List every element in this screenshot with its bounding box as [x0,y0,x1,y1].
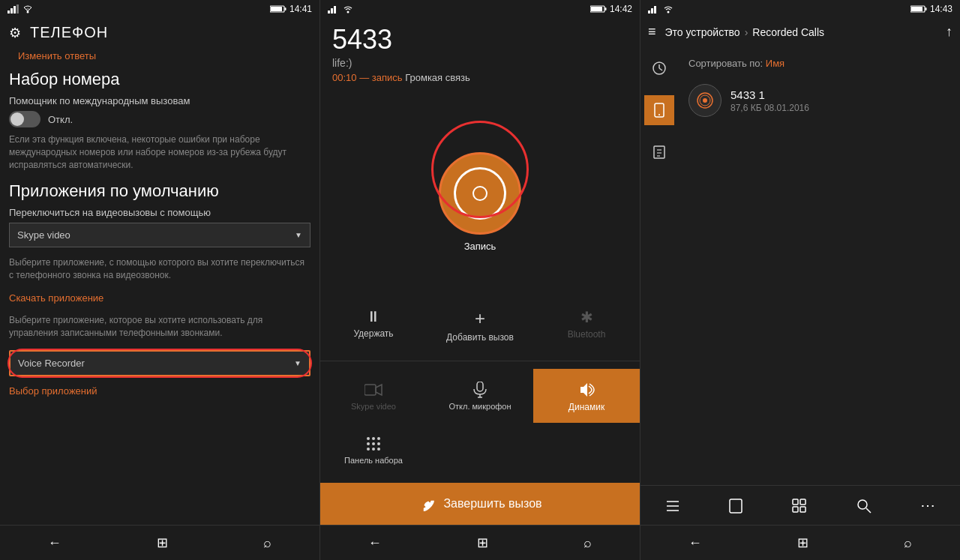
record-circle[interactable] [439,152,521,235]
svg-rect-34 [911,7,922,11]
keypad-icon [365,433,382,453]
app-choice-link[interactable]: Выбор приложений [9,385,310,397]
svg-rect-0 [8,10,10,13]
end-call-label: Завершить вызов [443,497,542,511]
hold-button[interactable]: ⏸ Удержать [320,298,427,353]
svg-rect-28 [648,10,650,13]
breadcrumb-parent[interactable]: Это устройство [665,26,740,38]
svg-point-21 [377,437,380,440]
status-left-3 [648,4,674,13]
intl-calls-label: Помощник по международным вызовам [9,95,310,106]
svg-rect-50 [730,499,742,513]
call-timer: 00:10 — запись Громкая связь [320,70,640,91]
signal-icon-3 [648,4,660,13]
change-answers-link[interactable]: Изменить ответы [9,49,105,69]
svg-rect-6 [284,7,286,10]
sort-value[interactable]: Имя [766,58,784,69]
call-provider: life:) [320,55,640,70]
svg-rect-7 [271,7,282,11]
speaker-button[interactable]: Динамик [533,369,640,423]
svg-point-55 [858,500,867,509]
panel1-navbar: ← ⊞ ⌕ [0,525,320,560]
default-apps-section-title: Приложения по умолчанию [9,181,310,201]
status-left-2 [328,4,353,13]
status-right-2: 14:42 [590,4,632,14]
search-button-1[interactable]: ⌕ [263,535,272,551]
svg-rect-13 [604,7,606,10]
bluetooth-icon: ✱ [580,308,593,326]
skype-video-call-label: Skype video [351,402,396,411]
home-button-1[interactable]: ⊞ [157,535,168,551]
record-label: Запись [464,241,496,252]
skype-video-dropdown[interactable]: Skype video ▼ [9,223,310,247]
svg-rect-40 [654,146,664,158]
recorded-calls-panel: 14:43 ≡ Это устройство › Recorded Calls … [640,0,960,560]
hamburger-icon[interactable]: ≡ [648,24,656,40]
bluetooth-button[interactable]: ✱ Bluetooth [533,298,640,353]
record-inner-circle [454,167,506,220]
signal-icon-2 [328,4,340,13]
svg-rect-29 [651,8,653,13]
status-bar-2: 14:42 [320,0,640,18]
intl-calls-toggle[interactable] [9,111,40,127]
search-icon-3[interactable] [856,497,872,514]
more-icon-3[interactable]: ⋯ [920,496,935,514]
back-button-1[interactable]: ← [48,535,62,551]
hold-icon: ⏸ [366,308,381,325]
recording-info: 5433 1 87,6 КБ 08.01.2016 [730,88,950,113]
download-app-link[interactable]: Скачать приложение [9,292,310,304]
recording-thumbnail [688,84,722,117]
home-button-3[interactable]: ⊞ [797,535,808,551]
wifi-icon-1 [22,4,33,13]
svg-rect-33 [925,7,926,10]
record-dot [472,186,488,201]
search-button-2[interactable]: ⌕ [584,535,592,551]
battery-icon-2 [590,4,607,13]
recorded-calls-description: Выберите приложение, которое вы хотите и… [9,314,310,340]
dialing-section-title: Набор номера [9,70,310,89]
grid-icon[interactable] [792,497,807,513]
svg-line-37 [659,68,662,70]
svg-rect-30 [654,6,656,13]
mute-mic-button[interactable]: Откл. микрофон [427,369,533,423]
svg-rect-8 [328,10,330,13]
up-arrow-icon[interactable]: ↑ [946,24,952,40]
wifi-icon-2 [343,4,353,13]
page-title-1: ТЕЛЕФОН [30,24,108,41]
mute-mic-icon [472,379,488,399]
end-call-button[interactable]: Завершить вызов [320,483,640,525]
back-button-2[interactable]: ← [368,535,382,551]
recording-name: 5433 1 [730,88,950,101]
skype-video-button[interactable]: Skype video [320,369,427,423]
search-button-3[interactable]: ⌕ [904,535,912,551]
panel3-header: ≡ Это устройство › Recorded Calls ↑ [640,18,960,46]
bluetooth-label: Bluetooth [568,329,606,340]
call-actions-row2: Skype video Откл. микрофон Динамик [320,361,640,483]
svg-rect-2 [14,6,16,13]
back-button-3[interactable]: ← [688,535,702,551]
select-icon[interactable] [665,498,680,514]
voice-recorder-dropdown[interactable]: Voice Recorder ▼ [9,350,310,376]
panel1-header: ⚙ ТЕЛЕФОН [0,18,320,49]
add-call-button[interactable]: + Добавить вызов [427,298,533,353]
svg-rect-9 [331,8,333,13]
sidebar-note-icon[interactable] [644,137,674,167]
home-button-2[interactable]: ⊞ [477,535,488,551]
keypad-button[interactable]: Панель набора [320,423,427,475]
status-time-3: 14:43 [930,4,952,14]
keypad-label: Панель набора [344,456,403,465]
record-button[interactable]: Запись [439,152,521,252]
sidebar-phone-icon[interactable] [644,95,674,125]
phone-settings-panel: 14:41 ⚙ ТЕЛЕФОН Изменить ответы Набор но… [0,0,320,560]
skype-video-icon [364,379,382,399]
signal-icon-1 [8,4,20,13]
recording-item[interactable]: 5433 1 87,6 КБ 08.01.2016 [678,76,960,124]
status-bar-3: 14:43 [640,0,960,18]
layout-single-icon[interactable] [729,497,742,513]
sidebar-clock-icon[interactable] [644,53,674,83]
svg-point-23 [372,442,375,445]
panel1-content: Изменить ответы Набор номера Помощник по… [0,49,320,525]
svg-rect-10 [334,6,336,13]
choose-app-description: Выберите приложение, с помощью которого … [9,256,310,282]
dropdown-arrow-1: ▼ [295,231,302,239]
